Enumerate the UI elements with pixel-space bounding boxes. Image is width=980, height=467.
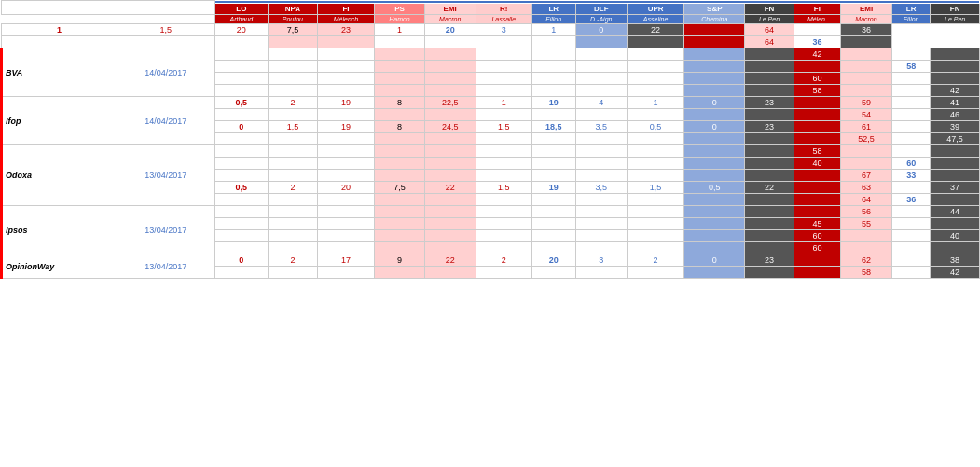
fieldwork-header xyxy=(117,1,215,15)
macron-2nd: Macron xyxy=(840,15,891,24)
cell-lo xyxy=(214,206,269,218)
cell-lr xyxy=(424,36,476,48)
cell-emi2 xyxy=(840,61,891,73)
cell-sp: 0 xyxy=(684,121,745,133)
cell-ps xyxy=(375,85,424,97)
cell-npa xyxy=(269,158,318,170)
cell-emi xyxy=(424,85,476,97)
cell-sp xyxy=(684,230,745,242)
cell-sp xyxy=(684,158,745,170)
cell-lr: 20 xyxy=(531,254,575,267)
cell-sp xyxy=(684,73,745,85)
cell-upr: 1 xyxy=(627,97,684,109)
cell-ps xyxy=(375,218,424,230)
cell-lr2 xyxy=(892,254,931,267)
cell-emi xyxy=(424,145,476,158)
cell-emi: 24,5 xyxy=(424,121,476,133)
date-cell: 13/04/2017 xyxy=(117,206,215,254)
cell-fi2 xyxy=(794,170,840,182)
date-cell: 14/04/2017 xyxy=(117,48,215,97)
cell-fn2: 47,5 xyxy=(931,133,980,145)
cell-upr xyxy=(531,36,575,48)
cell-r: 2 xyxy=(476,254,531,267)
cell-fi2: 60 xyxy=(794,242,840,254)
table-row: Odoxa13/04/201758 xyxy=(2,145,980,158)
cell-r xyxy=(476,48,531,61)
cell-upr xyxy=(627,158,684,170)
cell-fn2 xyxy=(931,61,980,73)
cell-lr xyxy=(531,133,575,145)
cell-lo: 0 xyxy=(214,254,269,267)
cell-upr xyxy=(627,73,684,85)
cell-fi xyxy=(317,267,375,279)
cell-emi: 22 xyxy=(424,182,476,194)
cell-fn2 xyxy=(931,158,980,170)
pollster-cell: OpinionWay xyxy=(2,254,117,279)
cell-lr2 xyxy=(892,267,931,279)
cell-lo xyxy=(214,218,269,230)
d-aign: D.-Aign xyxy=(575,15,627,24)
cell-fn2 xyxy=(931,145,980,158)
cell-fi2 xyxy=(794,61,840,73)
cell-emi2: 54 xyxy=(840,109,891,121)
cell-lr2 xyxy=(892,97,931,109)
cell-fn2: 38 xyxy=(931,254,980,267)
cell-dlf xyxy=(575,206,627,218)
table-row: Ipsos13/04/20175644 xyxy=(2,206,980,218)
cell-lr2 xyxy=(892,133,931,145)
cell-lo xyxy=(214,194,269,206)
table-row: 6436 xyxy=(2,36,980,48)
cell-emi: 23 xyxy=(317,24,375,36)
cell-fn2: 42 xyxy=(931,85,980,97)
cell-upr xyxy=(627,194,684,206)
cell-lo: 0 xyxy=(214,121,269,133)
melenchon: Mélench xyxy=(317,15,375,24)
cell-lo xyxy=(214,158,269,170)
cell-fn2 xyxy=(931,73,980,85)
cell-npa xyxy=(269,85,318,97)
cell-fi2 xyxy=(794,267,840,279)
cell-dlf: 3,5 xyxy=(575,182,627,194)
col-emi-name: EMI xyxy=(424,4,476,15)
cell-upr: 1 xyxy=(531,24,575,36)
arthaud: Arthaud xyxy=(214,15,269,24)
cell-dlf xyxy=(575,267,627,279)
col-lr-name: LR xyxy=(531,4,575,15)
poutou: Poutou xyxy=(269,15,318,24)
cell-ps xyxy=(375,145,424,158)
cell-fn xyxy=(745,133,794,145)
cell-npa xyxy=(269,73,318,85)
cell-sp xyxy=(684,85,745,97)
cell-lr2 xyxy=(892,182,931,194)
cell-lr2: 60 xyxy=(892,158,931,170)
col-npa-name: NPA xyxy=(269,4,318,15)
cell-fn2: 39 xyxy=(931,121,980,133)
cell-r xyxy=(476,133,531,145)
cell-lr2 xyxy=(892,218,931,230)
cell-fn xyxy=(745,145,794,158)
col-lo-name: LO xyxy=(214,4,269,15)
cell-ps xyxy=(375,170,424,182)
lassalle: Lassalle xyxy=(476,15,531,24)
cell-r xyxy=(476,218,531,230)
cell-ps xyxy=(375,206,424,218)
cell-emi: 22 xyxy=(424,254,476,267)
cell-ps xyxy=(375,194,424,206)
table-row: Ifop14/04/20170,5219822,5119410235941 xyxy=(2,97,980,109)
cell-emi2 xyxy=(840,158,891,170)
cell-lr xyxy=(531,267,575,279)
cell-lr xyxy=(531,73,575,85)
cell-fn xyxy=(745,109,794,121)
cell-fn2 xyxy=(931,242,980,254)
cell-fi2: 60 xyxy=(794,230,840,242)
cell-sp xyxy=(684,194,745,206)
cell-lo xyxy=(214,109,269,121)
cell-emi2 xyxy=(840,242,891,254)
pollster-cell: Ipsos xyxy=(2,206,117,254)
cell-fi xyxy=(317,73,375,85)
col-fi2-name: FI xyxy=(794,4,840,15)
cell-ps xyxy=(269,36,318,48)
cell-emi xyxy=(424,194,476,206)
chemina: Chemina xyxy=(684,15,745,24)
cell-fi2: 42 xyxy=(794,48,840,61)
